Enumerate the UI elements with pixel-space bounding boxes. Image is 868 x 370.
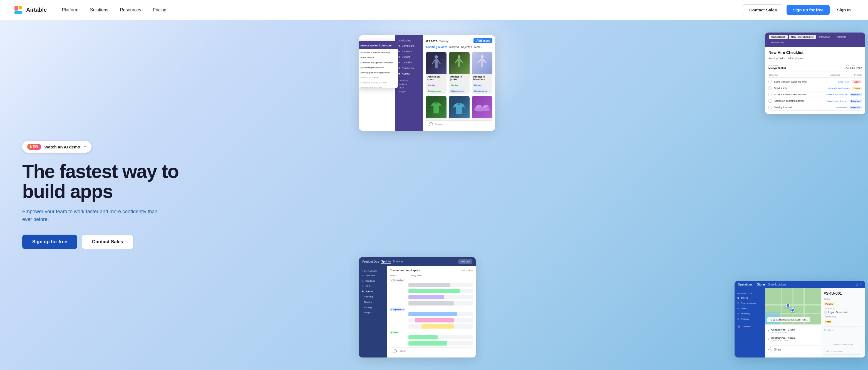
- tab-referrals[interactable]: Referrals: [834, 35, 848, 39]
- nav-inventory[interactable]: ⊞Inventory: [735, 311, 765, 316]
- checkbox-3[interactable]: [769, 93, 772, 96]
- sign-up-button[interactable]: Sign up for free: [786, 5, 830, 15]
- list-item: Performance analytics: [359, 85, 398, 88]
- sidebar-item-assets[interactable]: Assets: [395, 71, 423, 76]
- add-asset-button[interactable]: Add asset: [473, 38, 492, 43]
- store-item-serial-1: Serial #SKU-001: [771, 331, 795, 334]
- list-item: Customer journey mapping: [359, 80, 398, 85]
- product-type-label: Product type: [824, 315, 862, 318]
- nav-records[interactable]: ⊞Records: [735, 316, 765, 321]
- hero-screenshots: Project Tracker / Directory Marketing ov…: [365, 20, 868, 370]
- filter-more[interactable]: More ›: [474, 45, 483, 49]
- gantt-bar-2: [408, 289, 473, 293]
- sign-in-button[interactable]: Sign In: [833, 5, 855, 15]
- filter-awaiting[interactable]: Awaiting review: [426, 45, 446, 49]
- athlete-tag-lifestyle: Lifestyle: [427, 84, 437, 87]
- nav-platform[interactable]: Platform ›: [58, 5, 84, 15]
- priority-badge-4: Important: [850, 99, 862, 102]
- badge-plus-icon: +: [84, 144, 87, 150]
- overview-item: Overview: [397, 79, 421, 82]
- tab-interviews[interactable]: Interviews: [817, 35, 833, 39]
- logo-link[interactable]: Airtable: [13, 5, 47, 15]
- gallery-title: Assets: [426, 39, 438, 43]
- svg-rect-15: [459, 63, 460, 67]
- employee-name: Myrryn Wolfart: [769, 67, 786, 69]
- filter-blocked[interactable]: Blocked: [449, 45, 459, 49]
- gantt-bar-4: [408, 301, 473, 306]
- comment-input[interactable]: Add a comment...: [824, 348, 862, 355]
- sprint-section-title: Current and next sprint: [390, 269, 421, 272]
- stores-map: › 311 California Street, San Fran...: [765, 288, 821, 325]
- nav-resources[interactable]: Resources ›: [116, 5, 147, 15]
- nav-orders[interactable]: ⊞Orders: [735, 306, 765, 311]
- sidebar-item-campaigns[interactable]: Campaigns: [395, 43, 423, 49]
- hero-signup-button[interactable]: Sign up for free: [22, 235, 77, 249]
- month-label: May 2023: [411, 274, 422, 277]
- athlete-figure-icon: [430, 55, 442, 71]
- athlete-tag-season: Spring season: [427, 90, 442, 93]
- checkbox-5[interactable]: [769, 105, 772, 109]
- nav-store-locations[interactable]: ⊞Store locations: [735, 301, 765, 306]
- gantt-bar-1: [408, 283, 473, 287]
- tab-references[interactable]: References: [769, 40, 786, 45]
- tab-new-hire-checklist[interactable]: New Hire Checklist: [789, 35, 816, 39]
- assignee-col-header: Assignee: [830, 74, 840, 76]
- checkbox-4[interactable]: [769, 99, 772, 102]
- stores-body: Navigation ⊞Stores ⊞Store locations ⊞Ord…: [735, 288, 865, 358]
- svg-line-6: [432, 60, 435, 64]
- store-item-1[interactable]: ▼ Centaur Pro - Green Serial #SKU-001: [767, 327, 818, 335]
- share-icon-sprints: ↑: [393, 349, 397, 353]
- svg-rect-11: [458, 58, 460, 63]
- gantt-bar-7: [408, 324, 473, 329]
- sprints-body: Navigation ⊞ Feedback ⊞ Roadmap ⊞ OKRs: [359, 266, 476, 358]
- task-row-3: Schedule new-hire orientation Hikaru Kub…: [769, 91, 862, 98]
- expand-icon[interactable]: ⊡: [856, 283, 858, 286]
- nav-solutions[interactable]: Solutions ›: [86, 5, 115, 15]
- gallery-item-shirt: [426, 96, 446, 120]
- sidebar-item-budget[interactable]: Budget: [395, 54, 423, 60]
- tab-stores[interactable]: Stores: [757, 283, 766, 286]
- tab-store-locations[interactable]: Store locations: [768, 283, 786, 286]
- nav-calendar[interactable]: 📅Calendar: [735, 324, 765, 329]
- runner-figure-icon: [454, 55, 464, 71]
- pending-tasks-label: Pending Tasks: [769, 57, 784, 60]
- store-item-2[interactable]: ▼ Centaur Pro - Purple Serial #SKU-002: [767, 335, 818, 343]
- tab-onboarding[interactable]: Onboarding: [769, 35, 788, 39]
- tab-sprints[interactable]: Sprints: [381, 260, 391, 264]
- bleachers-label: Runner in bleachers: [472, 74, 493, 82]
- tab-timeline[interactable]: Timeline: [393, 260, 403, 264]
- sprints-header: Product Ops Sprints Timeline Add task: [359, 257, 476, 266]
- svg-line-19: [484, 60, 486, 63]
- status-not-started: ● Not started: [390, 279, 405, 282]
- activity-area: [824, 333, 862, 341]
- svg-line-7: [438, 60, 440, 64]
- bleachers-tag-lifestyle: Lifestyle: [473, 84, 483, 87]
- checkbox-1[interactable]: [769, 80, 772, 83]
- task-row-5: Send gift basket Pat Everett Important: [769, 104, 862, 111]
- sku-id: #SKU-001: [824, 291, 862, 296]
- sidebar-item-requests[interactable]: Requests: [395, 49, 423, 54]
- add-task-button[interactable]: Add task: [458, 259, 472, 264]
- nav-pricing[interactable]: Pricing: [149, 5, 170, 15]
- sidebar-item-production[interactable]: Production: [395, 65, 423, 71]
- gallery-main: Assets Gallery Add asset Awaiting review…: [423, 35, 495, 131]
- nav-stores[interactable]: ⊞Stores: [735, 295, 765, 301]
- hero-contact-button[interactable]: Contact Sales: [82, 235, 133, 249]
- gallery-item-runner: Runner in jacket Lifestyle Winter season: [449, 52, 470, 94]
- checklist-meta: Pending Tasks All employees: [769, 57, 862, 60]
- close-icon[interactable]: ✕: [860, 283, 862, 286]
- list-item: Marketing overhead campaign: [359, 50, 398, 55]
- map-pin-2: [791, 308, 795, 312]
- hoodie-icon: [452, 99, 466, 115]
- task-text-2: Send laptop: [774, 87, 787, 90]
- contact-sales-button[interactable]: Contact Sales: [743, 4, 783, 15]
- gallery-share-bar: ↑ Share: [426, 120, 492, 128]
- hoodie-image: [449, 96, 470, 118]
- filter-rejected[interactable]: Rejected: [461, 45, 472, 49]
- stores-card: Operations Stores Store locations ⊡ ✕ Na…: [735, 281, 865, 358]
- checkbox-2[interactable]: [769, 87, 772, 90]
- ai-demo-badge[interactable]: NEW Watch an AI demo +: [22, 141, 91, 153]
- sidebar-item-calendar[interactable]: Calendar: [395, 60, 423, 65]
- platform-chevron-icon: ›: [80, 8, 81, 12]
- ui-mockups: Project Tracker / Directory Marketing ov…: [365, 31, 862, 359]
